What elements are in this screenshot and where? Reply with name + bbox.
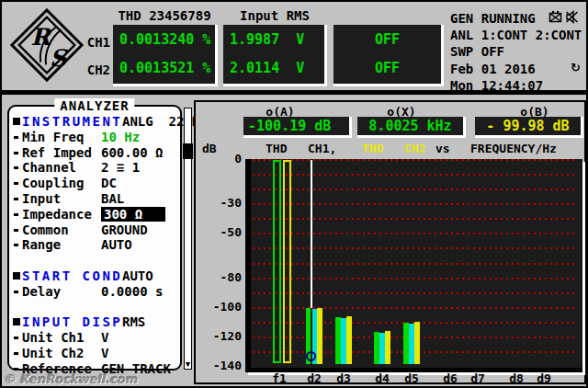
row-label: Coupling	[22, 176, 84, 190]
thd-ch2-value: 0.0013521 %	[119, 60, 210, 76]
analyzer-row-range[interactable]: RangeAUTO	[9, 237, 180, 252]
scrollbar-thumb[interactable]	[183, 143, 193, 159]
row-value: V	[101, 346, 108, 360]
row-label: Range	[22, 237, 61, 252]
cursor-o-marker-icon	[306, 351, 316, 361]
item-bullet-icon	[14, 166, 18, 169]
x-tick-d5: d5	[393, 371, 430, 385]
bar-f1-ch1	[273, 160, 281, 363]
bar-d4-ch2	[385, 331, 390, 364]
cursor-line[interactable]	[311, 160, 312, 308]
row-value: 10 Hz	[101, 130, 140, 144]
legend-trace2-ch: CH2	[404, 142, 425, 155]
analyzer-panel: ANALYZER INSTRUMENTANLG 22kHzMin Freq10 …	[7, 105, 182, 371]
rohde-schwarz-logo: R S	[9, 7, 85, 83]
item-bullet-icon	[14, 337, 18, 339]
cursor-a-readout: -100.19 dB	[243, 117, 352, 138]
row-value: V	[101, 330, 108, 345]
gridline-0db	[253, 159, 575, 161]
y-tick--80: -80	[196, 270, 242, 284]
thd-readout-box: 0.0013240 % 0.0013521 %	[113, 25, 218, 86]
row-label: Ref Imped	[22, 145, 92, 160]
bar-d5-ch2	[414, 322, 420, 364]
row-value: GROUND	[101, 223, 148, 237]
scrollbar-down-arrow-icon[interactable]: ▼	[185, 360, 191, 369]
x-tick-f1: f1	[261, 371, 298, 385]
section-bullet-icon	[13, 318, 20, 325]
section-bullet-icon	[13, 272, 20, 280]
chart-panel: o(A) o(X) o(B) -100.19 dB 8.0025 kHz - 9…	[194, 100, 586, 384]
analyzer-row-input[interactable]: InputBAL	[9, 191, 180, 206]
y-tick--50: -50	[196, 225, 242, 239]
section-bullet-icon	[13, 118, 20, 125]
analyzer-row-common[interactable]: CommonGROUND	[9, 223, 180, 237]
rms-ch1-value: 1.9987 V	[230, 31, 304, 48]
bar-d3-ch2	[346, 316, 352, 364]
item-bullet-icon	[14, 136, 18, 139]
cursor-x-readout: 8.0025 kHz	[357, 117, 466, 138]
cursor-x-value: 8.0025 kHz	[357, 117, 463, 135]
item-bullet-icon	[14, 291, 18, 293]
aux-ch2-value: OFF	[334, 60, 441, 76]
row-label: Channel	[22, 160, 76, 175]
y-tick-0: 0	[196, 152, 242, 165]
item-bullet-icon	[14, 182, 18, 185]
analyzer-row-instrument[interactable]: INSTRUMENTANLG 22kHz	[9, 114, 180, 129]
ch2-label: CH2	[86, 63, 110, 77]
row-label: INPUT DISP	[22, 314, 122, 329]
row-value: 0.0000 s	[101, 284, 163, 299]
row-label: INSTRUMENT	[22, 114, 122, 129]
item-bullet-icon	[14, 244, 18, 246]
y-tick--100: -100	[196, 300, 242, 314]
analyzer-row-coupling[interactable]: CouplingDC	[9, 176, 180, 190]
thd-ch1-value: 0.0013240 %	[119, 31, 210, 48]
analyzer-row-input-disp[interactable]: INPUT DISPRMS	[9, 314, 180, 329]
analyzer-row-min-freq[interactable]: Min Freq10 Hz	[9, 130, 180, 144]
legend-trace1-ch: CH1,	[308, 142, 336, 155]
analyzer-row-unit-ch1[interactable]: Unit Ch1V	[9, 330, 180, 345]
row-label: Unit Ch2	[22, 346, 84, 360]
y-tick--30: -30	[196, 196, 242, 210]
analyzer-row-impedance[interactable]: Impedance300 Ω	[9, 207, 180, 222]
keyboard-lock-icon	[548, 10, 562, 24]
plot-frame	[245, 159, 582, 372]
panel-scrollbar[interactable]: ▼	[184, 108, 192, 370]
legend-trace1-func: THD	[266, 142, 287, 155]
item-bullet-icon	[14, 213, 18, 216]
analyzer-row-channel[interactable]: Channel2 ≡ 1	[9, 160, 180, 175]
cursor-a-value: -100.19 dB	[243, 117, 349, 135]
row-value: BAL	[101, 191, 124, 206]
item-bullet-icon	[14, 229, 18, 232]
gridline--70db	[253, 263, 575, 265]
input-rms-title: Input RMS	[223, 8, 326, 23]
row-value: AUTO	[101, 237, 132, 252]
row-label: Input	[22, 191, 61, 206]
x-tick-d9: d9	[526, 371, 562, 385]
gridline--90db	[253, 292, 575, 294]
item-bullet-icon	[14, 152, 18, 154]
input-rms-readout-box: 1.9987 V 2.0114 V	[223, 25, 327, 86]
watermark: © KenRockwell.com	[4, 372, 138, 386]
x-axis-title: FREQUENCY/Hz	[470, 142, 557, 155]
analyzer-row-delay[interactable]: Delay0.0000 s	[9, 284, 180, 299]
aux-readout-box: OFF OFF	[334, 25, 444, 86]
gridline--100db	[253, 307, 575, 309]
gridline--80db	[253, 278, 575, 280]
refresh-icon: ↻	[571, 61, 581, 74]
cursor-b-value: - 99.98 dB	[475, 117, 581, 135]
logo-letter-s: S	[50, 44, 69, 72]
row-label: Impedance	[22, 207, 92, 222]
gridline--60db	[253, 247, 575, 249]
analyzer-row-unit-ch2[interactable]: Unit Ch2V	[9, 346, 180, 360]
legend-trace2-func: THD	[362, 142, 383, 155]
gridline--40db	[253, 218, 575, 220]
x-tick-d3: d3	[325, 371, 362, 385]
analyzer-row-ref-imped[interactable]: Ref Imped600.00 Ω	[9, 145, 180, 160]
row-value: RMS	[122, 314, 145, 329]
analyzer-row-start-cond[interactable]: START CONDAUTO	[9, 268, 180, 283]
row-value: 600.00 Ω	[101, 145, 163, 160]
row-label: Min Freq	[22, 130, 84, 144]
legend-vs: vs	[435, 142, 450, 155]
gridline--10db	[253, 174, 575, 176]
status-gen-line: GEN RUNNING	[450, 12, 536, 26]
